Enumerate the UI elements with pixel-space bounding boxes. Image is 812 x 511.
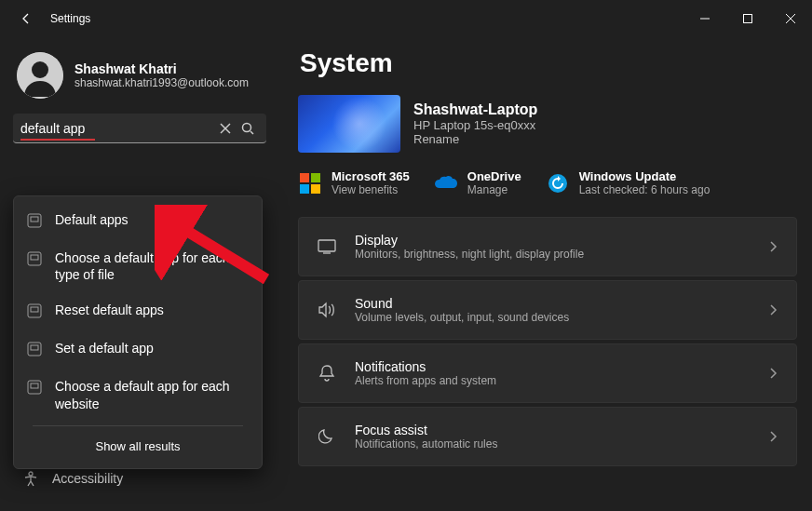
maximize-button[interactable] bbox=[726, 4, 769, 34]
svg-rect-26 bbox=[311, 173, 320, 182]
tile-sub: Last checked: 6 hours ago bbox=[579, 183, 710, 196]
card-title: Focus assist bbox=[355, 423, 766, 437]
tile-title: Microsoft 365 bbox=[332, 169, 410, 183]
back-button[interactable] bbox=[7, 0, 45, 37]
card-title: Display bbox=[355, 233, 766, 248]
tile-sub-link[interactable]: View benefits bbox=[332, 183, 410, 196]
card-sub: Monitors, brightness, night light, displ… bbox=[355, 248, 766, 261]
app-icon bbox=[27, 342, 42, 356]
card-sound[interactable]: Sound Volume levels, output, input, soun… bbox=[298, 280, 797, 340]
titlebar: Settings bbox=[0, 0, 812, 37]
svg-rect-30 bbox=[318, 240, 335, 251]
card-title: Sound bbox=[355, 296, 766, 311]
svg-rect-17 bbox=[31, 345, 38, 350]
suggestion-default-apps[interactable]: Default apps bbox=[14, 202, 262, 240]
device-info: Shashwat-Laptop HP Laptop 15s-eq0xxx Ren… bbox=[298, 95, 797, 153]
show-all-results[interactable]: Show all results bbox=[14, 430, 262, 463]
avatar bbox=[17, 52, 63, 99]
tile-microsoft365[interactable]: Microsoft 365 View benefits bbox=[298, 169, 410, 196]
svg-rect-25 bbox=[300, 173, 309, 182]
sidebar-item-label: Accessibility bbox=[52, 471, 123, 486]
card-title: Notifications bbox=[355, 359, 766, 374]
main-content: System Shashwat-Laptop HP Laptop 15s-eq0… bbox=[298, 37, 797, 511]
accessibility-icon bbox=[22, 470, 39, 487]
device-model: HP Laptop 15s-eq0xxx bbox=[413, 118, 537, 132]
suggestion-label: Set a default app bbox=[55, 340, 154, 356]
user-account[interactable]: Shashwat Khatri shashwat.khatri1993@outl… bbox=[13, 47, 266, 114]
svg-rect-15 bbox=[31, 307, 38, 312]
svg-rect-19 bbox=[31, 383, 38, 388]
svg-rect-11 bbox=[31, 217, 38, 222]
svg-rect-13 bbox=[31, 255, 38, 260]
suggestion-default-per-website[interactable]: Choose a default app for each website bbox=[14, 369, 262, 421]
chevron-right-icon bbox=[766, 240, 779, 253]
suggestion-label: Choose a default app for each website bbox=[55, 378, 249, 411]
svg-rect-16 bbox=[28, 343, 41, 356]
back-arrow-icon bbox=[19, 11, 34, 26]
search-input[interactable] bbox=[20, 121, 214, 136]
minimize-button[interactable] bbox=[683, 4, 726, 34]
tile-onedrive[interactable]: OneDrive Manage bbox=[434, 169, 521, 196]
chevron-right-icon bbox=[766, 430, 779, 443]
svg-rect-28 bbox=[311, 184, 320, 194]
svg-rect-1 bbox=[744, 15, 752, 23]
suggestion-default-per-file[interactable]: Choose a default app for each type of fi… bbox=[14, 240, 262, 292]
device-name: Shashwat-Laptop bbox=[413, 101, 537, 118]
suggestion-label: Reset default apps bbox=[55, 302, 164, 318]
close-button[interactable] bbox=[769, 4, 812, 34]
app-icon bbox=[27, 251, 42, 266]
tile-windows-update[interactable]: Windows Update Last checked: 6 hours ago bbox=[546, 169, 710, 196]
tile-sub-link[interactable]: Manage bbox=[467, 183, 521, 196]
svg-point-8 bbox=[243, 123, 251, 131]
spellcheck-underline bbox=[20, 139, 95, 141]
close-icon bbox=[220, 123, 231, 134]
card-notifications[interactable]: Notifications Alerts from apps and syste… bbox=[298, 343, 797, 403]
svg-rect-14 bbox=[28, 304, 41, 317]
card-sub: Alerts from apps and system bbox=[355, 374, 766, 387]
card-sub: Volume levels, output, input, sound devi… bbox=[355, 311, 766, 324]
tile-title: Windows Update bbox=[579, 169, 710, 183]
app-icon bbox=[27, 213, 42, 228]
suggestion-set-default[interactable]: Set a default app bbox=[14, 330, 262, 369]
search-suggestions: Default apps Choose a default app for ea… bbox=[13, 195, 263, 469]
tile-title: OneDrive bbox=[467, 169, 521, 183]
onedrive-icon bbox=[434, 171, 458, 195]
chevron-right-icon bbox=[766, 367, 779, 380]
status-tiles: Microsoft 365 View benefits OneDrive Man… bbox=[298, 169, 797, 196]
svg-point-24 bbox=[29, 472, 33, 476]
search-icon bbox=[241, 122, 254, 135]
moon-icon bbox=[318, 428, 335, 445]
app-icon bbox=[27, 303, 42, 318]
user-name: Shashwat Khatri bbox=[74, 61, 249, 76]
card-sub: Notifications, automatic rules bbox=[355, 437, 766, 450]
svg-point-5 bbox=[32, 61, 48, 78]
user-email: shashwat.khatri1993@outlook.com bbox=[74, 76, 249, 89]
device-wallpaper-thumb[interactable] bbox=[298, 95, 400, 153]
app-icon bbox=[27, 380, 42, 395]
settings-cards: Display Monitors, brightness, night ligh… bbox=[298, 217, 797, 466]
sidebar: Shashwat Khatri shashwat.khatri1993@outl… bbox=[0, 37, 279, 495]
card-display[interactable]: Display Monitors, brightness, night ligh… bbox=[298, 217, 797, 276]
suggestion-reset-defaults[interactable]: Reset default apps bbox=[14, 292, 262, 330]
svg-line-9 bbox=[250, 131, 253, 134]
suggestion-label: Default apps bbox=[55, 211, 129, 228]
svg-rect-18 bbox=[28, 381, 41, 394]
sound-icon bbox=[318, 302, 336, 318]
clear-search-button[interactable] bbox=[214, 123, 237, 134]
rename-device-link[interactable]: Rename bbox=[413, 132, 537, 146]
search-box[interactable] bbox=[13, 114, 266, 143]
display-icon bbox=[318, 239, 336, 254]
card-focus-assist[interactable]: Focus assist Notifications, automatic ru… bbox=[298, 407, 797, 466]
page-title: System bbox=[300, 48, 797, 78]
window-title: Settings bbox=[50, 12, 90, 25]
chevron-right-icon bbox=[766, 303, 779, 316]
svg-rect-27 bbox=[300, 184, 309, 194]
update-icon bbox=[546, 171, 570, 195]
svg-rect-12 bbox=[28, 252, 41, 265]
bell-icon bbox=[318, 364, 335, 383]
microsoft-logo-icon bbox=[298, 171, 322, 195]
suggestion-label: Choose a default app for each type of fi… bbox=[55, 249, 249, 283]
search-button[interactable] bbox=[237, 122, 259, 135]
divider bbox=[33, 425, 243, 426]
svg-rect-10 bbox=[28, 214, 41, 227]
